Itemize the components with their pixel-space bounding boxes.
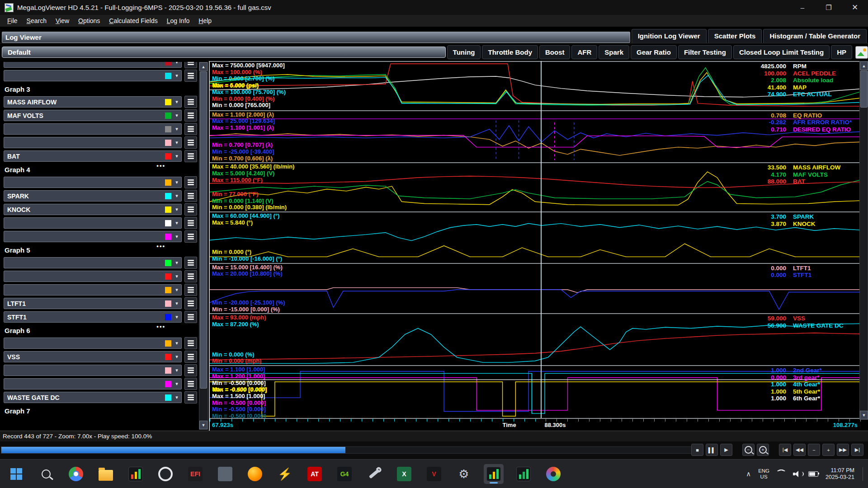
- skip-end-button[interactable]: ▶|: [851, 444, 863, 456]
- stop-button[interactable]: ■: [691, 444, 703, 456]
- channel-menu-button[interactable]: [184, 70, 197, 82]
- channel-select-5[interactable]: ▾: [4, 123, 182, 135]
- graph-5-fuel-trims[interactable]: Max = 15.000 [16.400] (%)Max = 20.000 [1…: [210, 263, 860, 314]
- tab-log-viewer[interactable]: Log Viewer: [2, 32, 630, 43]
- minimize-button[interactable]: –: [789, 0, 816, 15]
- view-tab-afr[interactable]: AFR: [571, 45, 597, 59]
- view-tab-closed-loop-limit-testing[interactable]: Closed Loop Limit Testing: [733, 45, 830, 59]
- graph-1-rpm[interactable]: Max = 7500.000 [5947.000]Max = 100.000 (…: [210, 61, 860, 110]
- group-menu-dots-icon[interactable]: •••: [156, 164, 165, 168]
- tab-scatter-plots[interactable]: Scatter Plots: [708, 29, 762, 43]
- channel-select-0[interactable]: ▾: [4, 62, 182, 68]
- playback-progress-track[interactable]: [1, 446, 701, 454]
- channel-menu-button[interactable]: [184, 270, 197, 282]
- channel-select-bat[interactable]: BAT▾: [4, 150, 182, 162]
- view-tab-spark[interactable]: Spark: [599, 45, 629, 59]
- menu-search[interactable]: Search: [22, 16, 51, 26]
- channel-select-15[interactable]: ▾: [4, 257, 182, 268]
- channel-menu-button[interactable]: [184, 257, 197, 269]
- settings-gear-icon[interactable]: ⚙: [454, 464, 474, 484]
- channel-select-vss[interactable]: VSS▾: [4, 351, 182, 362]
- channel-select-13[interactable]: ▾: [4, 231, 182, 242]
- channel-menu-button[interactable]: [184, 109, 197, 122]
- channel-select-maf-volts[interactable]: MAF VOLTS▾: [4, 110, 182, 121]
- menu-calculated-fields[interactable]: Calculated Fields: [104, 16, 162, 26]
- chart-app-icon[interactable]: [126, 464, 146, 484]
- obs-app-icon[interactable]: [156, 464, 175, 484]
- fast-forward-button[interactable]: ▶▶: [837, 444, 849, 456]
- channel-select-16[interactable]: ▾: [4, 271, 182, 282]
- channel-select-24[interactable]: ▾: [4, 378, 182, 389]
- graph-2-eq-ratio[interactable]: Max = 1.100 [2.000] (λ)Max = 25.000 [129…: [210, 110, 860, 163]
- time-cursor[interactable]: [541, 61, 542, 422]
- channel-select-stft1[interactable]: STFT1▾: [4, 311, 182, 323]
- channel-menu-button[interactable]: [184, 284, 197, 296]
- menu-help[interactable]: Help: [194, 16, 216, 26]
- speed-down-button[interactable]: −: [808, 444, 820, 456]
- menu-file[interactable]: File: [3, 16, 22, 26]
- view-tab-gear-ratio[interactable]: Gear Ratio: [631, 45, 677, 59]
- channel-select-ltft1[interactable]: LTFT1▾: [4, 298, 182, 309]
- channel-menu-button[interactable]: [184, 136, 197, 149]
- g4-app-icon[interactable]: G4: [335, 464, 354, 484]
- generic-app-icon[interactable]: [215, 464, 235, 484]
- menu-options[interactable]: Options: [74, 16, 104, 26]
- report-icon-button[interactable]: [855, 46, 868, 59]
- channel-select-12[interactable]: ▾: [4, 217, 182, 229]
- start-button[interactable]: [6, 464, 26, 484]
- channel-menu-button[interactable]: [184, 391, 197, 404]
- paint-app-icon[interactable]: [543, 464, 563, 484]
- scroll-down-icon[interactable]: ▼: [199, 421, 208, 429]
- file-explorer-icon[interactable]: [96, 464, 116, 484]
- menu-log-info[interactable]: Log Info: [162, 16, 194, 26]
- tab-histogram-table-generator[interactable]: Histogram / Table Generator: [763, 29, 867, 43]
- view-tab-default[interactable]: Default: [2, 47, 446, 58]
- channel-menu-button[interactable]: [184, 217, 197, 229]
- battery-icon[interactable]: [808, 471, 818, 477]
- zoom-in-button[interactable]: +: [757, 444, 769, 456]
- tray-expand-chevron-icon[interactable]: ∧: [746, 470, 751, 478]
- channel-select-6[interactable]: ▾: [4, 137, 182, 148]
- wrench-icon[interactable]: [364, 464, 384, 484]
- chrome-browser-icon[interactable]: [66, 464, 86, 484]
- group-menu-dots-icon[interactable]: •••: [156, 244, 165, 248]
- megalogviewer-icon[interactable]: [514, 464, 533, 484]
- notification-edge[interactable]: [863, 467, 864, 481]
- clock[interactable]: 11:07 PM 2025-03-21: [826, 467, 854, 481]
- view-tab-tuning[interactable]: Tuning: [447, 45, 481, 59]
- channel-menu-button[interactable]: [184, 297, 197, 310]
- excel-icon[interactable]: X: [394, 464, 414, 484]
- view-tab-hp[interactable]: HP: [831, 45, 852, 59]
- channel-menu-button[interactable]: [184, 62, 197, 68]
- firefox-icon[interactable]: [245, 464, 265, 484]
- wifi-icon[interactable]: [777, 470, 786, 478]
- tab-ignition-log-viewer[interactable]: Ignition Log Viewer: [632, 29, 707, 43]
- channel-menu-button[interactable]: [184, 176, 197, 188]
- scroll-down-icon[interactable]: ▼: [860, 411, 868, 419]
- lightning-app-icon[interactable]: ⚡: [275, 464, 295, 484]
- speed-up-button[interactable]: +: [822, 444, 835, 456]
- language-indicator[interactable]: ENG US: [758, 468, 769, 480]
- view-tab-throttle-body[interactable]: Throttle Body: [482, 45, 538, 59]
- search-icon[interactable]: [36, 464, 56, 484]
- efi-app-icon[interactable]: EFI: [185, 464, 205, 484]
- channel-select-1[interactable]: ▾: [4, 70, 182, 81]
- channel-menu-button[interactable]: [184, 123, 197, 135]
- graph-scrollbar[interactable]: ▲▼: [859, 61, 868, 420]
- cobb-accesstuner-icon[interactable]: AT: [305, 464, 325, 484]
- view-tab-boost[interactable]: Boost: [539, 45, 571, 59]
- graph-6-vss-wastegate[interactable]: Max = 93.000 (mph)Max = 87.200 (%)Min = …: [210, 313, 860, 365]
- channel-menu-button[interactable]: [184, 190, 197, 202]
- channel-select-17[interactable]: ▾: [4, 284, 182, 296]
- channel-menu-button[interactable]: [184, 378, 197, 390]
- graph-7-gears[interactable]: Max = 1.100 [1.000]Max = 1.200 [1.000]Mi…: [210, 365, 860, 419]
- graph-3-mass-airflow[interactable]: Max = 40.000 [35.560] (lb/min)Max = 5.00…: [210, 162, 860, 211]
- group-menu-dots-icon[interactable]: •••: [156, 325, 165, 328]
- scroll-up-icon[interactable]: ▲: [199, 62, 208, 71]
- skip-start-button[interactable]: |◀: [779, 444, 791, 456]
- volume-icon[interactable]: [793, 470, 801, 478]
- sidebar-scrollbar[interactable]: ▲▼: [199, 62, 208, 430]
- scroll-up-icon[interactable]: ▲: [860, 61, 868, 70]
- view-tab-filter-testing[interactable]: Filter Testing: [678, 45, 732, 59]
- channel-menu-button[interactable]: [184, 364, 197, 376]
